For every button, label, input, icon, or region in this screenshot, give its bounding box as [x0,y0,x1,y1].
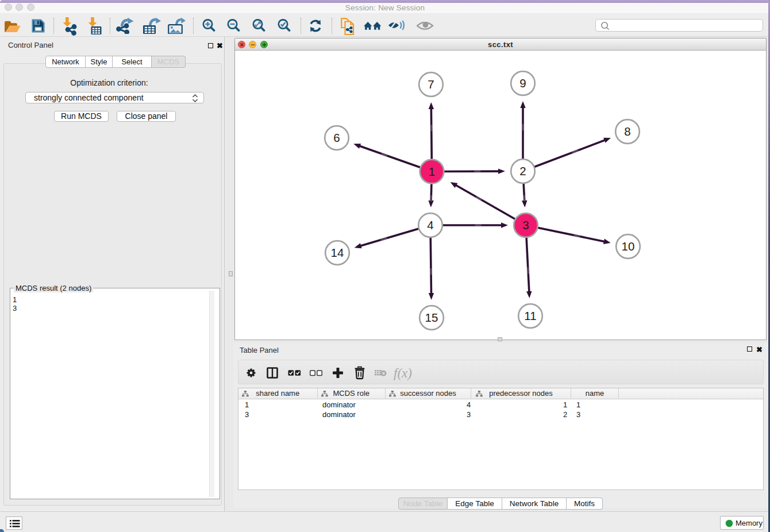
svg-text:8: 8 [624,125,630,138]
svg-text:6: 6 [333,131,340,144]
svg-text:11: 11 [524,309,536,322]
svg-text:3: 3 [522,218,529,232]
svg-text:9: 9 [519,76,526,90]
svg-text:4: 4 [427,218,433,232]
svg-text:2: 2 [519,164,526,178]
svg-text:14: 14 [331,246,344,259]
svg-text:1: 1 [429,165,435,178]
svg-text:10: 10 [622,240,635,253]
svg-text:7: 7 [428,78,434,91]
svg-text:15: 15 [425,311,438,324]
svg-text:f(x): f(x) [394,366,412,380]
